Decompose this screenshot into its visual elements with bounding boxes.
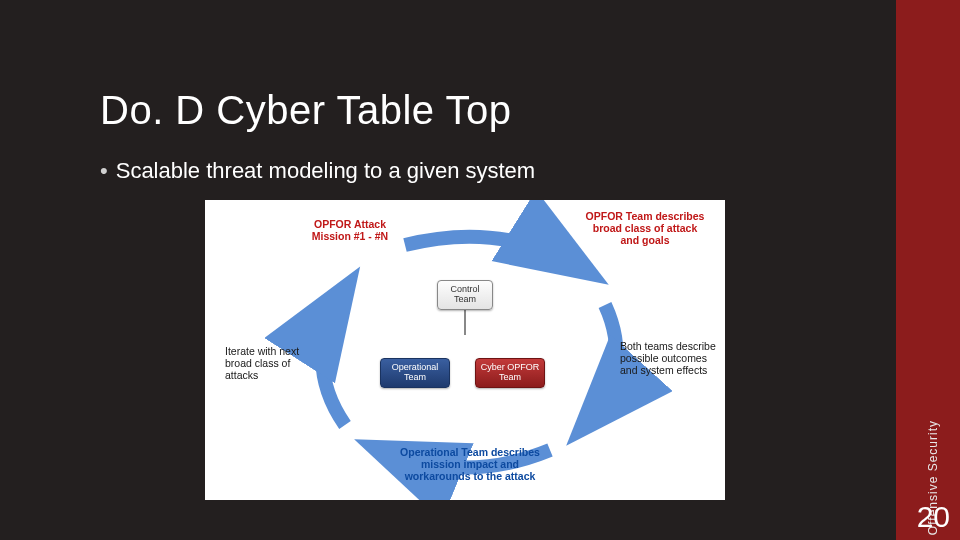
- label-opfor-mission: OPFOR Attack Mission #1 - #N: [295, 218, 405, 242]
- operational-team-box: Operational Team: [380, 358, 450, 388]
- bullet-item: • Scalable threat modeling to a given sy…: [100, 158, 535, 184]
- slide: Do. D Cyber Table Top • Scalable threat …: [0, 0, 960, 540]
- label-both-teams: Both teams describe possible outcomes an…: [620, 340, 720, 376]
- page-number: 20: [917, 500, 950, 534]
- cyber-opfor-team-box: Cyber OPFOR Team: [475, 358, 545, 388]
- label-iterate: Iterate with next broad class of attacks: [225, 345, 315, 381]
- bullet-text: Scalable threat modeling to a given syst…: [116, 158, 535, 184]
- control-team-box: Control Team: [437, 280, 493, 310]
- label-opfor-team-desc: OPFOR Team describes broad class of atta…: [585, 210, 705, 246]
- bullet-marker: •: [100, 158, 108, 184]
- cycle-diagram: Control Team Operational Team Cyber OPFO…: [205, 200, 725, 500]
- slide-title: Do. D Cyber Table Top: [100, 88, 511, 133]
- label-operational-desc: Operational Team describes mission impac…: [395, 446, 545, 482]
